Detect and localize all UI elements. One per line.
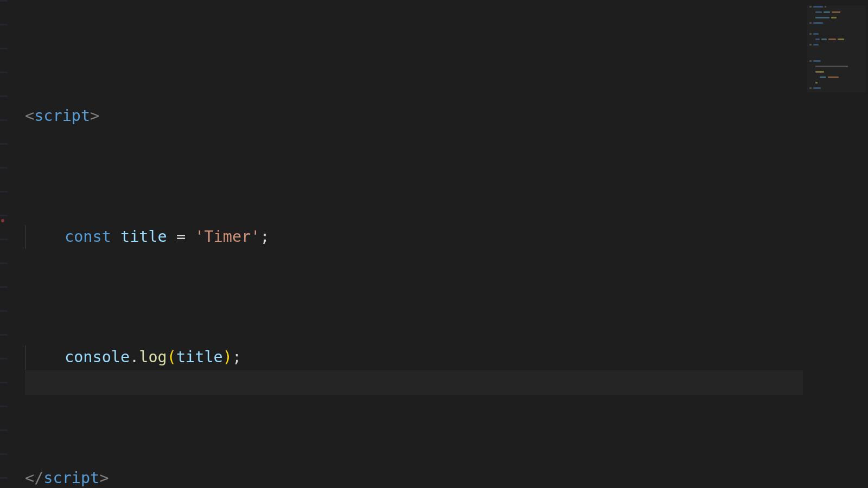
code-area[interactable]: <script> const title = 'Timer'; console.… — [25, 8, 803, 488]
tag-name: script — [34, 104, 90, 129]
minimap-viewport[interactable] — [807, 5, 866, 92]
identifier: title — [176, 345, 223, 370]
identifier: title — [120, 225, 167, 249]
tag-punct: > — [90, 104, 99, 129]
identifier: console — [65, 345, 130, 370]
code-line[interactable]: <script> — [25, 104, 803, 129]
punct: . — [130, 345, 139, 370]
string: Timer — [204, 225, 251, 249]
operator: = — [167, 225, 195, 249]
punct: ; — [232, 345, 241, 370]
minimap[interactable] — [809, 5, 864, 92]
tag-punct: < — [25, 104, 34, 129]
punct: ; — [260, 225, 269, 249]
code-line[interactable]: const title = 'Timer'; — [25, 225, 803, 249]
code-line[interactable]: </script> — [25, 466, 803, 489]
string: ' — [195, 225, 204, 249]
paren: ( — [167, 345, 176, 370]
tag-punct: > — [99, 466, 108, 489]
code-editor[interactable]: <script> const title = 'Timer'; console.… — [0, 0, 868, 488]
editor-gutter — [0, 0, 8, 488]
code-line[interactable]: console.log(title); — [25, 345, 803, 370]
error-marker — [1, 219, 4, 222]
function: log — [139, 345, 167, 370]
paren: ) — [223, 345, 232, 370]
tag-name: script — [43, 466, 99, 489]
tag-punct: </ — [25, 466, 43, 489]
keyword: const — [65, 225, 111, 249]
string: ' — [251, 225, 260, 249]
